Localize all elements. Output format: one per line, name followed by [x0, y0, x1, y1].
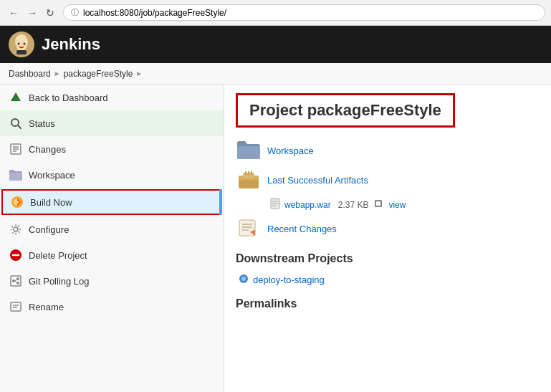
sidebar-label-configure: Configure [29, 224, 69, 235]
breadcrumb-sep-1: ► [54, 70, 61, 77]
status-icon [9, 116, 23, 130]
delete-icon [9, 248, 23, 262]
file-size-icon [374, 199, 383, 210]
sidebar-label-git-polling: Git Polling Log [29, 276, 90, 287]
sidebar: Back to Dashboard Status C [0, 85, 224, 392]
svg-point-5 [18, 43, 20, 45]
refresh-button[interactable]: ↻ [43, 6, 57, 20]
sidebar-label-delete-project: Delete Project [29, 250, 87, 261]
svg-point-23 [16, 282, 19, 285]
sidebar-item-build-now-wrapper: Build Now [1, 189, 222, 215]
changes-icon [9, 142, 23, 156]
main-layout: Back to Dashboard Status C [0, 85, 551, 392]
content-items: Workspace Last Successful Artifacts [236, 139, 540, 313]
sidebar-label-status: Status [29, 118, 55, 129]
browser-chrome: ← → ↻ ⓘ localhost:8080/job/packageFreeSt… [0, 0, 551, 26]
sidebar-label-rename: Rename [29, 302, 64, 312]
svg-point-22 [16, 277, 19, 280]
downstream-title: Downstream Projects [236, 252, 540, 265]
sidebar-item-rename[interactable]: Rename [0, 294, 224, 320]
svg-rect-26 [11, 302, 21, 311]
svg-point-48 [241, 277, 246, 281]
svg-line-25 [15, 281, 16, 282]
sidebar-label-workspace: Workspace [29, 170, 75, 181]
svg-point-6 [24, 43, 26, 45]
recent-changes-link[interactable]: Recent Changes [267, 224, 337, 234]
jenkins-header: Jenkins [0, 26, 551, 63]
url-text: localhost:8080/job/packageFreeStyle/ [83, 8, 226, 18]
recent-changes-row: Recent Changes [236, 217, 540, 241]
artifact-view-link[interactable]: view [388, 200, 406, 210]
sidebar-item-back-dashboard[interactable]: Back to Dashboard [0, 85, 224, 110]
downstream-icon [239, 274, 249, 286]
project-title: Project packageFreeStyle [249, 101, 441, 120]
svg-point-17 [14, 227, 18, 231]
git-icon [9, 274, 23, 288]
svg-marker-7 [11, 92, 21, 101]
rename-icon [9, 300, 23, 314]
forward-button[interactable]: → [24, 6, 40, 20]
gear-icon [9, 222, 23, 236]
svg-rect-4 [16, 50, 27, 54]
artifacts-info: Last Successful Artifacts [267, 175, 368, 186]
browser-nav-buttons: ← → ↻ [6, 6, 57, 20]
back-button[interactable]: ← [6, 6, 21, 20]
svg-line-9 [18, 125, 21, 128]
folder-icon [9, 168, 23, 182]
build-icon [10, 195, 24, 209]
sidebar-item-workspace[interactable]: Workspace [0, 162, 224, 188]
artifact-file-link[interactable]: webapp.war [284, 200, 331, 210]
sidebar-label-changes: Changes [29, 144, 66, 155]
breadcrumb-sep-2: ► [135, 70, 143, 77]
sidebar-item-delete-project[interactable]: Delete Project [0, 242, 224, 268]
downstream-row: deploy-to-staging [239, 274, 540, 286]
artifact-file-row: webapp.war 2.37 KB view [270, 198, 540, 211]
sidebar-item-git-polling[interactable]: Git Polling Log [0, 268, 224, 294]
svg-rect-40 [376, 201, 380, 206]
artifacts-row: Last Successful Artifacts [236, 168, 540, 192]
workspace-link[interactable]: Workspace [267, 145, 314, 156]
breadcrumb: Dashboard ► packageFreeStyle ► [0, 63, 551, 85]
breadcrumb-dashboard[interactable]: Dashboard [9, 69, 51, 79]
sidebar-item-changes[interactable]: Changes [0, 136, 224, 162]
content-area: Project packageFreeStyle Workspace [224, 85, 551, 392]
lock-icon: ⓘ [71, 7, 79, 18]
svg-point-21 [12, 279, 15, 282]
permalinks-title: Permalinks [236, 297, 540, 310]
svg-point-3 [16, 40, 27, 52]
jenkins-title: Jenkins [42, 35, 100, 54]
file-icon [270, 198, 280, 211]
artifact-size: 2.37 KB [338, 200, 369, 210]
recent-changes-icon [236, 217, 262, 241]
sidebar-item-status[interactable]: Status [0, 110, 224, 136]
sidebar-label-build-now: Build Now [30, 197, 72, 208]
artifacts-icon [236, 168, 262, 192]
workspace-folder-icon [236, 139, 262, 163]
sidebar-item-build-now[interactable]: Build Now [1, 189, 222, 215]
project-title-box: Project packageFreeStyle [236, 93, 455, 128]
sidebar-item-configure[interactable]: Configure [0, 216, 224, 242]
arrow-up-icon [9, 90, 23, 105]
sidebar-label-back-dashboard: Back to Dashboard [29, 92, 108, 103]
address-bar[interactable]: ⓘ localhost:8080/job/packageFreeStyle/ [63, 4, 545, 21]
downstream-link[interactable]: deploy-to-staging [253, 274, 325, 285]
workspace-row: Workspace [236, 139, 540, 163]
breadcrumb-packagefreestyle[interactable]: packageFreeStyle [64, 69, 133, 79]
artifacts-link[interactable]: Last Successful Artifacts [267, 175, 368, 186]
jenkins-logo [9, 32, 34, 57]
